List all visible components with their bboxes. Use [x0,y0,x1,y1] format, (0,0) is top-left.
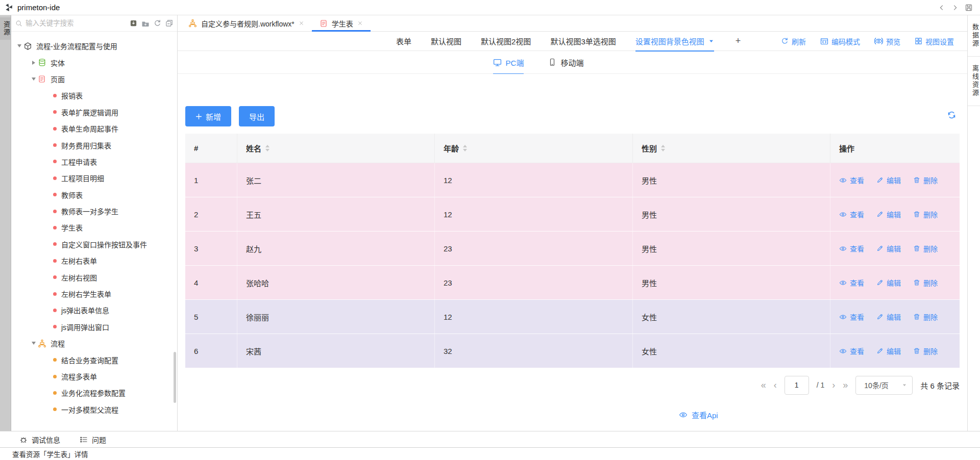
sort-asc-icon[interactable] [265,145,270,147]
code-mode-button[interactable]: 编码模式 [820,36,860,46]
expander-right-icon[interactable] [30,61,38,65]
sort-desc-icon[interactable] [463,149,467,151]
tree-item-学生表[interactable]: 学生表 [11,219,177,236]
编辑-button[interactable]: 编辑 [876,243,901,253]
view-tab-默认视图3单选视图[interactable]: 默认视图3单选视图 [550,32,616,51]
查看-button[interactable]: 查看 [839,346,864,356]
expander-down-icon[interactable] [30,78,38,81]
删除-button[interactable]: 删除 [913,175,938,185]
problems-button[interactable]: 问题 [80,435,106,445]
tree-item-自定义窗口操作按钮及事件[interactable]: 自定义窗口操作按钮及事件 [11,236,177,252]
tree-item-工程申请表[interactable]: 工程申请表 [11,154,177,170]
editor-tab-学生表[interactable]: 学生表 [312,15,371,31]
device-tab-移动端[interactable]: 移动端 [548,51,583,74]
nav-back-icon[interactable] [938,4,945,11]
tree-item-页面[interactable]: 页面 [11,71,177,87]
删除-button[interactable]: 删除 [913,312,938,322]
编辑-button[interactable]: 编辑 [876,346,901,356]
preview-button[interactable]: 预览 [874,36,900,46]
sort-asc-icon[interactable] [661,145,665,147]
close-icon[interactable] [299,20,304,26]
code-icon [820,37,828,45]
tree-item-财务费用归集表[interactable]: 财务费用归集表 [11,137,177,153]
right-tab-offline-resources[interactable]: 离线资源 [968,57,980,106]
refresh-view-button[interactable]: 刷新 [781,36,806,46]
collapse-all-icon[interactable] [165,19,173,27]
left-tab-resources[interactable]: 资源 [0,17,11,40]
add-view-button[interactable]: + [736,36,741,46]
table-refresh-icon[interactable] [947,111,956,119]
expander-down-icon[interactable] [15,44,23,47]
nav-forward-icon[interactable] [951,4,959,11]
close-icon[interactable] [357,20,363,26]
expander-down-icon[interactable] [30,342,38,345]
sort-icons[interactable] [661,145,665,151]
view-tab-默认视图2视图[interactable]: 默认视图2视图 [481,32,531,51]
查看-button[interactable]: 查看 [839,243,864,253]
view-tab-表单[interactable]: 表单 [396,32,411,51]
sort-icons[interactable] [463,145,467,151]
tree-item-流程[interactable]: 流程 [11,335,177,351]
删除-button[interactable]: 删除 [913,277,938,288]
tree-item-报销表[interactable]: 报销表 [11,87,177,104]
sort-icons[interactable] [265,145,270,151]
view-tab-设置视图背景色视图[interactable]: 设置视图背景色视图 [635,32,714,51]
add-button[interactable]: 新增 [185,106,231,126]
search-input[interactable] [26,19,127,27]
view-tab-默认视图[interactable]: 默认视图 [431,32,461,51]
删除-button[interactable]: 删除 [913,243,938,253]
device-tab-PC端[interactable]: PC端 [493,51,524,74]
查看-button[interactable]: 查看 [839,312,864,322]
tree-item-结合业务查询配置[interactable]: 结合业务查询配置 [11,351,177,368]
sidebar-scrollbar[interactable] [174,352,176,403]
tree-item-表单扩展逻辑调用[interactable]: 表单扩展逻辑调用 [11,104,177,120]
tree-item-业务化流程参数配置[interactable]: 业务化流程参数配置 [11,385,177,401]
debug-info-button[interactable]: 调试信息 [19,435,60,445]
tree-item-教师表一对多学生[interactable]: 教师表一对多学生 [11,203,177,219]
编辑-button[interactable]: 编辑 [876,175,901,185]
编辑-button[interactable]: 编辑 [876,209,901,219]
tree-item-左树右表单[interactable]: 左树右表单 [11,252,177,269]
view-api-link[interactable]: 查看Api [679,410,718,420]
add-folder-icon[interactable] [141,19,150,28]
tree-item-流程多表单[interactable]: 流程多表单 [11,368,177,385]
pagination-next-button[interactable]: › [832,380,835,390]
editor-tab-自定义参与者规则.workflowx*[interactable]: 自定义参与者规则.workflowx* [181,15,312,31]
tree-item-表单生命周起事件[interactable]: 表单生命周起事件 [11,120,177,137]
view-action-label: 编码模式 [831,36,860,46]
tree-item-教师表[interactable]: 教师表 [11,187,177,203]
编辑-button[interactable]: 编辑 [876,277,901,288]
eye-icon [839,347,847,355]
import-icon[interactable] [130,19,137,27]
pagination-prev-button[interactable]: ‹ [774,380,777,390]
tree-item-流程-业务流程配置与使用[interactable]: 流程-业务流程配置与使用 [11,38,177,54]
pagination-first-button[interactable]: « [761,380,766,390]
pagination-last-button[interactable]: » [843,380,848,390]
tree-item-js调用弹出窗口[interactable]: js调用弹出窗口 [11,319,177,335]
tree-item-实体[interactable]: 实体 [11,54,177,70]
page-size-select[interactable]: 10条/页 [855,376,913,395]
row-action-label: 删除 [923,175,938,185]
chevron-down-icon[interactable] [708,38,714,44]
refresh-icon[interactable] [154,19,161,27]
pagination-page-input[interactable]: 1 [785,376,809,395]
tree-item-左树右学生表单[interactable]: 左树右学生表单 [11,286,177,302]
tree-item-一对多模型父流程[interactable]: 一对多模型父流程 [11,401,177,418]
tree-item-左树右视图[interactable]: 左树右视图 [11,269,177,285]
编辑-button[interactable]: 编辑 [876,312,901,322]
查看-button[interactable]: 查看 [839,209,864,219]
export-button[interactable]: 导出 [239,106,275,126]
查看-button[interactable]: 查看 [839,175,864,185]
view-settings-button[interactable]: 视图设置 [915,36,954,46]
right-tab-datasource[interactable]: 数据源 [968,15,980,57]
查看-button[interactable]: 查看 [839,277,864,288]
save-icon[interactable] [965,4,973,12]
tree-item-工程项目明细[interactable]: 工程项目明细 [11,170,177,186]
editor-tab-label: 学生表 [332,18,353,29]
tree-item-js弹出表单信息[interactable]: js弹出表单信息 [11,302,177,318]
删除-button[interactable]: 删除 [913,346,938,356]
删除-button[interactable]: 删除 [913,209,938,219]
sort-desc-icon[interactable] [265,149,270,151]
sort-desc-icon[interactable] [661,149,665,151]
sort-asc-icon[interactable] [463,145,467,147]
